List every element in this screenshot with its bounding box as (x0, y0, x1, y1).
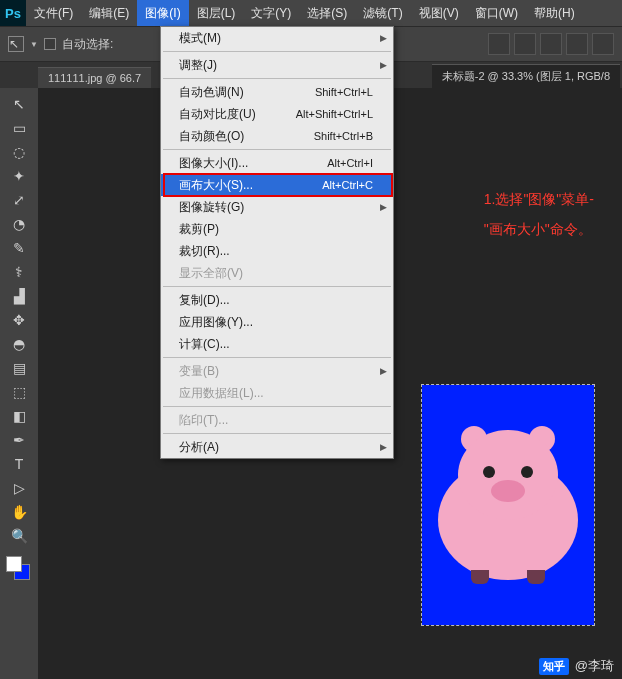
menu-command[interactable]: 裁剪(P) (161, 218, 393, 240)
menu-item[interactable]: 帮助(H) (526, 0, 583, 26)
menu-command[interactable]: 裁切(R)... (161, 240, 393, 262)
menu-command[interactable]: 图像旋转(G) (161, 196, 393, 218)
align-icon[interactable] (566, 33, 588, 55)
menu-command[interactable]: 应用图像(Y)... (161, 311, 393, 333)
menu-shortcut: Shift+Ctrl+B (314, 130, 373, 142)
menu-command-label: 变量(B) (179, 363, 219, 380)
menu-bar: Ps 文件(F)编辑(E)图像(I)图层(L)文字(Y)选择(S)滤镜(T)视图… (0, 0, 622, 26)
tool-preset-chevron-icon[interactable]: ▼ (30, 40, 38, 49)
tool-button[interactable]: ◔ (7, 212, 31, 236)
zhihu-badge: 知乎 (539, 658, 569, 675)
foreground-swatch[interactable] (6, 556, 22, 572)
menu-command[interactable]: 计算(C)... (161, 333, 393, 355)
pig-image (433, 430, 583, 580)
align-icon[interactable] (488, 33, 510, 55)
menu-command-label: 显示全部(V) (179, 265, 243, 282)
menu-command-label: 应用数据组(L)... (179, 385, 264, 402)
document-canvas[interactable] (422, 385, 594, 625)
menu-command[interactable]: 复制(D)... (161, 289, 393, 311)
menu-command[interactable]: 调整(J) (161, 54, 393, 76)
color-swatches[interactable] (6, 556, 32, 582)
tool-button[interactable]: ✎ (7, 236, 31, 260)
menu-command[interactable]: 分析(A) (161, 436, 393, 458)
image-menu-dropdown: 模式(M)调整(J)自动色调(N)Shift+Ctrl+L自动对比度(U)Alt… (160, 26, 394, 459)
menu-command-label: 模式(M) (179, 30, 221, 47)
align-icon[interactable] (540, 33, 562, 55)
menu-shortcut: Alt+Shift+Ctrl+L (296, 108, 373, 120)
tool-button[interactable]: ▟ (7, 284, 31, 308)
tool-button[interactable]: ◌ (7, 140, 31, 164)
tool-button[interactable]: ⤢ (7, 188, 31, 212)
tool-button[interactable]: ✥ (7, 308, 31, 332)
menu-command: 陷印(T)... (161, 409, 393, 431)
tool-button[interactable]: ▤ (7, 356, 31, 380)
menu-command[interactable]: 模式(M) (161, 27, 393, 49)
tool-button[interactable]: 🔍 (7, 524, 31, 548)
menu-command: 显示全部(V) (161, 262, 393, 284)
menu-command: 变量(B) (161, 360, 393, 382)
tool-button[interactable]: ◧ (7, 404, 31, 428)
auto-select-label: 自动选择: (62, 36, 113, 53)
menu-command-label: 计算(C)... (179, 336, 230, 353)
menu-command-label: 图像旋转(G) (179, 199, 244, 216)
menu-command[interactable]: 自动颜色(O)Shift+Ctrl+B (161, 125, 393, 147)
menu-item[interactable]: 滤镜(T) (355, 0, 410, 26)
menu-command-label: 陷印(T)... (179, 412, 228, 429)
menu-item[interactable]: 文字(Y) (243, 0, 299, 26)
menu-item[interactable]: 图像(I) (137, 0, 188, 26)
menu-item[interactable]: 编辑(E) (81, 0, 137, 26)
tools-panel: ↖▭◌✦⤢◔✎⚕▟✥◓▤⬚◧✒T▷✋🔍 (0, 88, 38, 679)
auto-select-checkbox[interactable] (44, 38, 56, 50)
app-logo: Ps (0, 0, 26, 26)
align-icon[interactable] (514, 33, 536, 55)
menu-command-label: 裁剪(P) (179, 221, 219, 238)
document-tab[interactable]: 111111.jpg @ 66.7 (38, 67, 151, 88)
tool-button[interactable]: ▭ (7, 116, 31, 140)
tool-button[interactable]: ⚕ (7, 260, 31, 284)
tool-button[interactable]: T (7, 452, 31, 476)
menu-shortcut: Alt+Ctrl+I (327, 157, 373, 169)
tool-button[interactable]: ↖ (7, 92, 31, 116)
menu-command[interactable]: 画布大小(S)...Alt+Ctrl+C (161, 174, 393, 196)
tool-button[interactable]: ✋ (7, 500, 31, 524)
menu-item[interactable]: 窗口(W) (467, 0, 526, 26)
tool-button[interactable]: ✒ (7, 428, 31, 452)
menu-command-label: 自动颜色(O) (179, 128, 244, 145)
tool-button[interactable]: ▷ (7, 476, 31, 500)
menu-command[interactable]: 图像大小(I)...Alt+Ctrl+I (161, 152, 393, 174)
menu-command[interactable]: 自动色调(N)Shift+Ctrl+L (161, 81, 393, 103)
menu-shortcut: Shift+Ctrl+L (315, 86, 373, 98)
menu-item[interactable]: 图层(L) (189, 0, 244, 26)
document-tab[interactable]: 未标题-2 @ 33.3% (图层 1, RGB/8 (432, 64, 620, 88)
menu-item[interactable]: 视图(V) (411, 0, 467, 26)
menu-command-label: 自动色调(N) (179, 84, 244, 101)
menu-command-label: 分析(A) (179, 439, 219, 456)
tool-button[interactable]: ◓ (7, 332, 31, 356)
tool-button[interactable]: ✦ (7, 164, 31, 188)
move-tool-icon[interactable]: ↖ (8, 36, 24, 52)
author-label: @李琦 (575, 657, 614, 675)
menu-command-label: 调整(J) (179, 57, 217, 74)
menu-item[interactable]: 选择(S) (299, 0, 355, 26)
menu-command-label: 应用图像(Y)... (179, 314, 253, 331)
menu-command[interactable]: 自动对比度(U)Alt+Shift+Ctrl+L (161, 103, 393, 125)
menu-item[interactable]: 文件(F) (26, 0, 81, 26)
menu-command-label: 裁切(R)... (179, 243, 230, 260)
menu-command-label: 自动对比度(U) (179, 106, 256, 123)
menu-command-label: 画布大小(S)... (179, 177, 253, 194)
tool-button[interactable]: ⬚ (7, 380, 31, 404)
align-icon[interactable] (592, 33, 614, 55)
menu-shortcut: Alt+Ctrl+C (322, 179, 373, 191)
credit-line: 知乎 @李琦 (539, 657, 614, 675)
annotation-text: 1.选择"图像"菜单- "画布大小"命令。 (484, 188, 594, 240)
menu-command-label: 复制(D)... (179, 292, 230, 309)
menu-command-label: 图像大小(I)... (179, 155, 248, 172)
menu-command: 应用数据组(L)... (161, 382, 393, 404)
